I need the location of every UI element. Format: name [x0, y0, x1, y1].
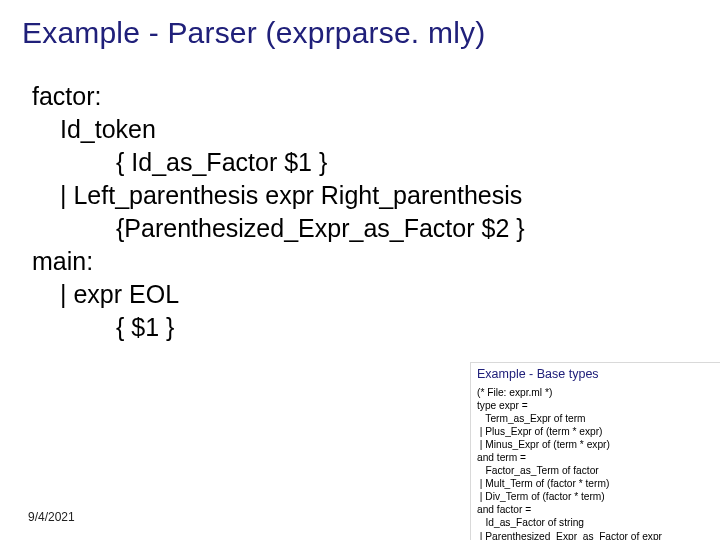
next-slide-thumbnail: Example - Base types (* File: expr.ml *)…	[470, 362, 720, 540]
footer-date: 9/4/2021	[28, 510, 75, 524]
slide-body: factor: Id_token { Id_as_Factor $1 } | L…	[32, 80, 525, 344]
slide: Example - Parser (exprparse. mly) factor…	[0, 0, 720, 540]
code-line: main:	[32, 245, 525, 278]
thumb-body: (* File: expr.ml *) type expr = Term_as_…	[477, 386, 714, 540]
code-line: | expr EOL	[60, 278, 525, 311]
code-line: {Parenthesized_Expr_as_Factor $2 }	[116, 212, 525, 245]
slide-title: Example - Parser (exprparse. mly)	[22, 16, 485, 50]
code-line: Id_token	[60, 113, 525, 146]
code-line: { Id_as_Factor $1 }	[116, 146, 525, 179]
code-line: { $1 }	[116, 311, 525, 344]
code-line: | Left_parenthesis expr Right_parenthesi…	[60, 179, 525, 212]
code-line: factor:	[32, 80, 525, 113]
thumb-title: Example - Base types	[477, 367, 714, 381]
